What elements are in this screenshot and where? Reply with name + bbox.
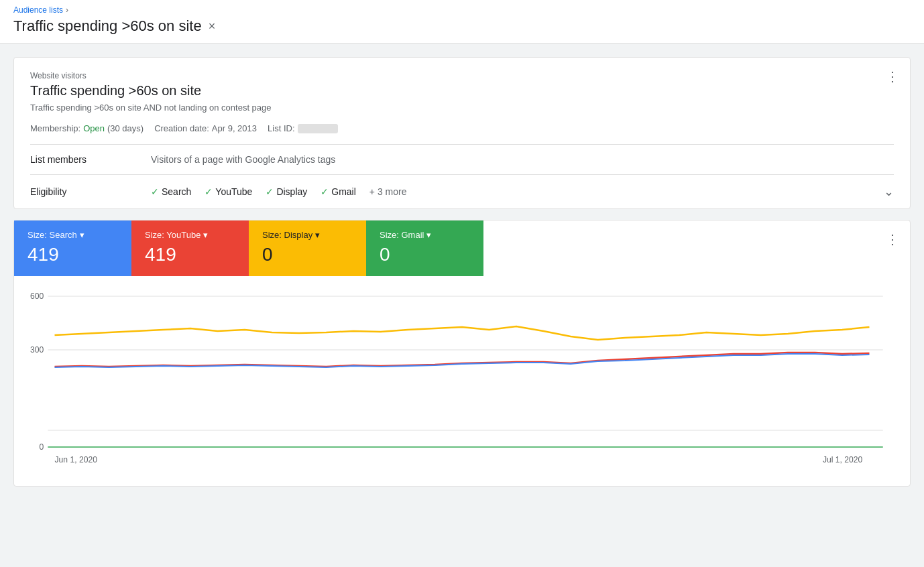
stat-dropdown-display[interactable]: ▾ [315,230,320,240]
eligibility-more: + 3 more [369,186,407,197]
page-title: Traffic spending >60s on site [13,17,202,35]
line-chart: 600 300 0 Jun 1, 2020 Jul 1, 2020 [27,283,897,470]
chart-area: 600 300 0 Jun 1, 2020 Jul 1, 2020 [14,276,910,486]
stat-value-display: 0 [262,244,353,265]
list-members-value: Visitors of a page with Google Analytics… [151,154,335,165]
stats-cards-row: Size: Search ▾ 419 Size: YouTube ▾ 419 S… [14,220,910,276]
stat-dropdown-gmail[interactable]: ▾ [426,230,431,240]
card-description: Traffic spending >60s on site AND not la… [30,103,894,113]
svg-text:300: 300 [30,345,44,355]
breadcrumb-label: Audience lists [13,5,63,15]
stat-value-youtube: 419 [145,244,235,265]
stat-card-youtube: Size: YouTube ▾ 419 [131,220,249,276]
eligibility-gmail: ✓ Gmail [321,186,356,197]
membership-status: Open [83,123,105,133]
eligibility-display-label: Display [276,186,307,197]
stats-more-icon[interactable]: ⋮ [886,231,899,247]
svg-text:Jun 1, 2020: Jun 1, 2020 [55,455,98,464]
close-button[interactable]: × [209,20,216,32]
svg-text:Jul 1, 2020: Jul 1, 2020 [823,455,863,464]
eligibility-youtube-label: YouTube [215,186,252,197]
membership-duration: (30 days) [107,123,143,133]
expand-icon[interactable]: ⌄ [884,184,894,199]
card-subtitle: Website visitors [30,71,894,80]
eligibility-search-label: Search [162,186,191,197]
eligibility-items: ✓ Search ✓ YouTube ✓ Display ✓ Gmail + 3… [151,186,884,197]
creation-label: Creation date: [154,123,209,133]
eligibility-search: ✓ Search [151,186,191,197]
stat-dropdown-search[interactable]: ▾ [80,230,84,240]
eligibility-label: Eligibility [30,186,151,197]
stat-card-gmail: Size: Gmail ▾ 0 [366,220,483,276]
card-title: Traffic spending >60s on site [30,83,894,99]
card-meta: Membership: Open (30 days) Creation date… [30,123,894,133]
stat-card-display: Size: Display ▾ 0 [249,220,366,276]
stat-card-search: Size: Search ▾ 419 [14,220,131,276]
eligibility-display: ✓ Display [266,186,307,197]
stats-container: ⋮ Size: Search ▾ 419 Size: YouTube ▾ 419… [13,220,911,487]
breadcrumb[interactable]: Audience lists › [13,5,911,15]
check-icon-display: ✓ [266,186,274,197]
stat-label-gmail: Size: Gmail ▾ [380,230,470,240]
top-bar: Audience lists › Traffic spending >60s o… [0,0,924,44]
check-icon-search: ✓ [151,186,159,197]
page-title-row: Traffic spending >60s on site × [13,17,911,35]
stat-value-search: 419 [27,244,118,265]
stat-value-gmail: 0 [380,244,470,265]
svg-text:0: 0 [40,442,44,452]
creation-date: Apr 9, 2013 [212,123,257,133]
check-icon-youtube: ✓ [205,186,213,197]
eligibility-gmail-label: Gmail [331,186,356,197]
main-content: ⋮ Website visitors Traffic spending >60s… [0,44,924,500]
membership-label: Membership: [30,123,80,133]
svg-text:600: 600 [30,292,44,301]
check-icon-gmail: ✓ [321,186,329,197]
stat-dropdown-youtube[interactable]: ▾ [203,230,208,240]
list-members-label: List members [30,154,151,165]
chart-svg-container: 600 300 0 Jun 1, 2020 Jul 1, 2020 [27,283,897,472]
eligibility-youtube: ✓ YouTube [205,186,252,197]
card-more-icon[interactable]: ⋮ [886,68,899,84]
listid-value [298,124,338,133]
info-card: ⋮ Website visitors Traffic spending >60s… [13,57,911,209]
listid-label: List ID: [268,123,294,133]
breadcrumb-chevron: › [66,5,68,15]
eligibility-row: Eligibility ✓ Search ✓ YouTube ✓ Display… [30,174,894,208]
stat-label-search: Size: Search ▾ [27,230,118,240]
list-members-row: List members Visitors of a page with Goo… [30,144,894,174]
stat-label-display: Size: Display ▾ [262,230,353,240]
stat-label-youtube: Size: YouTube ▾ [145,230,235,240]
